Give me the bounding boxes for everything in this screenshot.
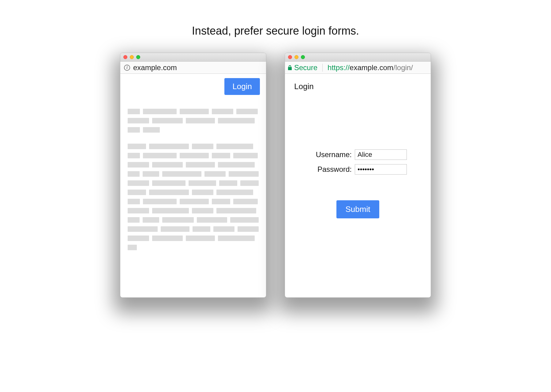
- page-content: Login: [120, 74, 266, 297]
- site-info-icon[interactable]: i: [124, 65, 130, 71]
- login-form: Username: Password: Submit: [292, 149, 423, 218]
- username-field[interactable]: [355, 149, 407, 160]
- traffic-minimize-icon[interactable]: [130, 55, 134, 59]
- traffic-close-icon[interactable]: [123, 55, 127, 59]
- login-page-title: Login: [294, 82, 423, 91]
- url-text: example.com: [133, 63, 177, 72]
- address-bar[interactable]: Secure https://example.com/login/: [285, 62, 431, 74]
- traffic-minimize-icon[interactable]: [294, 55, 298, 59]
- page-content: Login Username: Password: Submit: [285, 74, 431, 297]
- secure-browser-window: Secure https://example.com/login/ Login …: [285, 53, 431, 298]
- submit-button[interactable]: Submit: [336, 200, 380, 218]
- comparison-windows: i example.com Login: [80, 53, 471, 298]
- window-titlebar: [120, 53, 266, 62]
- placeholder-paragraph: [128, 144, 259, 250]
- secure-label: Secure: [294, 63, 317, 72]
- secure-badge[interactable]: Secure: [287, 63, 317, 72]
- traffic-zoom-icon[interactable]: [301, 55, 305, 59]
- username-label: Username:: [309, 150, 352, 159]
- window-titlebar: [285, 53, 431, 62]
- url-text: https://example.com/login/: [328, 63, 413, 72]
- password-label: Password:: [309, 165, 352, 174]
- headline: Instead, prefer secure login forms.: [80, 24, 471, 37]
- password-field[interactable]: [355, 164, 407, 175]
- login-button[interactable]: Login: [224, 78, 260, 95]
- lock-icon: [287, 65, 292, 70]
- placeholder-paragraph: [128, 109, 259, 133]
- traffic-zoom-icon[interactable]: [136, 55, 140, 59]
- traffic-close-icon[interactable]: [288, 55, 292, 59]
- address-bar[interactable]: i example.com: [120, 62, 266, 74]
- address-divider: [322, 64, 323, 72]
- url-path: /login/: [393, 63, 413, 72]
- insecure-browser-window: i example.com Login: [120, 53, 266, 298]
- url-scheme: https://: [328, 63, 350, 72]
- url-host: example.com: [350, 63, 393, 72]
